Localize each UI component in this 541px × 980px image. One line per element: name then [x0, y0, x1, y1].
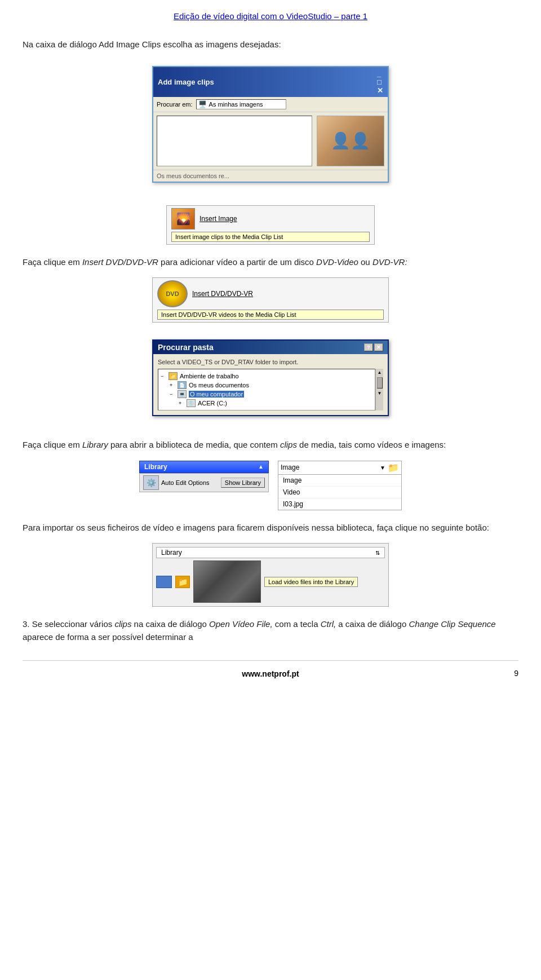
load-arrows[interactable]: ⇅: [375, 550, 380, 556]
tree-expand-docs[interactable]: +: [170, 382, 175, 388]
dvd-icon: DVD: [157, 280, 188, 307]
load-folder-button[interactable]: 📁: [175, 576, 190, 588]
section6-italic4: Change Clip Sequence: [409, 619, 495, 629]
folder-tree: − 📁 Ambiente de trabalho + 📄 Os meus doc…: [158, 369, 375, 410]
files-list: [157, 116, 312, 166]
tree-expand-drive[interactable]: +: [179, 400, 184, 406]
tree-item-desktop[interactable]: − 📁 Ambiente de trabalho: [161, 372, 373, 381]
page-number: 9: [514, 669, 518, 678]
section2-para: Faça clique em Insert DVD/DVD-VR para ad…: [23, 256, 518, 269]
section4-para: Faça clique em Library para abrir a bibl…: [23, 439, 518, 452]
procurar-content: − 📁 Ambiente de trabalho + 📄 Os meus doc…: [158, 369, 383, 410]
procurar-titlebar: Procurar pasta ? ✕: [153, 341, 388, 354]
minimize-btn[interactable]: _: [377, 69, 383, 78]
dvd-label: Insert DVD/DVD-VR: [192, 290, 253, 298]
dialog-status: Os meus documentos re...: [153, 170, 388, 182]
section6-para: 3. Se seleccionar vários clips na caixa …: [23, 618, 518, 643]
dvd-tooltip: Insert DVD/DVD-VR videos to the Media Cl…: [157, 310, 384, 320]
dropdown-label: Image: [281, 463, 378, 471]
library-panels: Library ▲ ⚙️ Auto Edit Options Show Libr…: [139, 461, 402, 510]
dialog-title-text: Add image clips: [158, 78, 214, 86]
image-thumbnail: 👤👤: [317, 116, 384, 166]
show-library-button[interactable]: Show Library: [221, 478, 265, 488]
tree-label-drive: ACER (C:): [198, 400, 227, 407]
list-item-file[interactable]: I03.jpg: [278, 498, 401, 510]
tree-item-computer[interactable]: − 💻 O meu computador: [170, 390, 373, 399]
load-video-area: Library ⇅ 📁 Load video files into the Li…: [152, 543, 389, 607]
insert-image-icon: 🌄: [171, 208, 195, 229]
close-btn[interactable]: ✕: [377, 86, 383, 95]
section6-italic3: Ctrl,: [321, 619, 336, 629]
library-right-panel: Image ▼ 📁 Image Video I03.jpg: [278, 461, 402, 510]
dvd-top: DVD Insert DVD/DVD-VR: [157, 280, 384, 307]
dvd-bar: DVD Insert DVD/DVD-VR Insert DVD/DVD-VR …: [152, 277, 389, 323]
load-video-screenshot: Library ⇅ 📁 Load video files into the Li…: [23, 543, 518, 607]
load-video-tooltip: Load video files into the Library: [264, 577, 358, 587]
insert-image-top: 🌄 Insert Image: [171, 208, 370, 229]
library-left-panel: Library ▲ ⚙️ Auto Edit Options Show Libr…: [139, 461, 269, 492]
load-library-label: Library: [161, 549, 182, 557]
tree-icon-docs: 📄: [178, 381, 187, 389]
list-item-image[interactable]: Image: [278, 475, 401, 487]
scroll-down[interactable]: ▼: [376, 390, 383, 397]
procurar-title-buttons: ? ✕: [364, 343, 383, 351]
auto-edit-label: Auto Edit Options: [161, 479, 219, 486]
procurar-dialog-screenshot: Procurar pasta ? ✕ Select a VIDEO_TS or …: [23, 334, 518, 427]
footer-url[interactable]: www.netprof.pt: [242, 669, 299, 678]
library-bar-arrow: ▲: [258, 463, 264, 470]
tree-icon-desktop: 📁: [168, 372, 178, 380]
dvd-bar-screenshot: DVD Insert DVD/DVD-VR Insert DVD/DVD-VR …: [23, 277, 518, 323]
image-list: Image Video I03.jpg: [278, 475, 402, 510]
auto-edit-icon: ⚙️: [143, 475, 159, 490]
library-bottom-bar: ⚙️ Auto Edit Options Show Library: [139, 473, 269, 492]
dialog-toolbar: Procurar em: 🖥️ As minhas imagens: [153, 97, 388, 112]
library-bar-label: Library: [144, 463, 167, 471]
add-image-clips-screenshot: Add image clips _ □ ✕ Procurar em: 🖥️ As…: [23, 60, 518, 194]
tree-item-drive[interactable]: + 💿 ACER (C:): [179, 399, 373, 408]
section4-italic1: Library: [82, 440, 108, 449]
scroll-thumb[interactable]: [377, 377, 383, 389]
dialog-body: 👤👤: [153, 112, 388, 170]
tree-label-docs: Os meus documentos: [189, 382, 249, 389]
tree-icon-drive: 💿: [187, 399, 196, 407]
load-library-bar: Library ⇅: [156, 547, 385, 558]
load-blue-bar: [156, 576, 172, 588]
procurar-hint: Select a VIDEO_TS or DVD_RTAV folder to …: [158, 359, 383, 365]
tree-expand-computer[interactable]: −: [170, 391, 175, 397]
library-bar[interactable]: Library ▲: [139, 461, 269, 473]
insert-image-bar-screenshot: 🌄 Insert Image Insert image clips to the…: [23, 205, 518, 245]
title-buttons: _ □ ✕: [377, 69, 383, 95]
section6-number: 3.: [23, 619, 30, 629]
procurar-title-text: Procurar pasta: [158, 343, 214, 352]
procurar-dialog: Procurar pasta ? ✕ Select a VIDEO_TS or …: [152, 339, 389, 416]
section1-para: Na caixa de diálogo Add Image Clips esco…: [23, 38, 518, 51]
tree-label-desktop: Ambiente de trabalho: [180, 373, 239, 379]
image-dropdown-bar: Image ▼ 📁: [278, 461, 402, 475]
insert-image-label: Insert Image: [199, 215, 237, 223]
video-thumbnail: [193, 560, 261, 603]
procurar-close-btn[interactable]: ✕: [374, 343, 383, 351]
page-header: Edição de vídeo digital com o VideoStudi…: [23, 11, 518, 21]
section6-italic2: Open Vídeo File,: [209, 619, 273, 629]
load-main-row: 📁 Load video files into the Library: [156, 560, 385, 603]
maximize-btn[interactable]: □: [377, 78, 383, 86]
list-item-video[interactable]: Video: [278, 487, 401, 498]
section6-italic1: clips: [114, 619, 131, 629]
scroll-up[interactable]: ▲: [376, 369, 383, 376]
section5-para: Para importar os seus ficheiros de vídeo…: [23, 522, 518, 535]
dialog-titlebar: Add image clips _ □ ✕: [153, 67, 388, 97]
page-footer: www.netprof.pt 9: [23, 660, 518, 679]
header-link[interactable]: Edição de vídeo digital com o VideoStudi…: [174, 11, 367, 21]
procurar-label: Procurar em:: [157, 101, 193, 108]
insert-image-bar: 🌄 Insert Image Insert image clips to the…: [166, 205, 375, 245]
dropdown-arrow[interactable]: ▼: [380, 465, 385, 471]
procurar-input[interactable]: 🖥️ As minhas imagens: [196, 99, 286, 109]
tree-item-docs[interactable]: + 📄 Os meus documentos: [170, 381, 373, 390]
library-panel-screenshot: Library ▲ ⚙️ Auto Edit Options Show Libr…: [23, 461, 518, 510]
tree-expand-desktop[interactable]: −: [161, 373, 166, 379]
tree-scrollbar: ▲ ▼: [375, 369, 383, 410]
add-image-clips-dialog: Add image clips _ □ ✕ Procurar em: 🖥️ As…: [152, 66, 389, 183]
procurar-body: Select a VIDEO_TS or DVD_RTAV folder to …: [153, 354, 388, 415]
procurar-question-btn[interactable]: ?: [364, 343, 373, 351]
folder-icon[interactable]: 📁: [388, 462, 399, 473]
